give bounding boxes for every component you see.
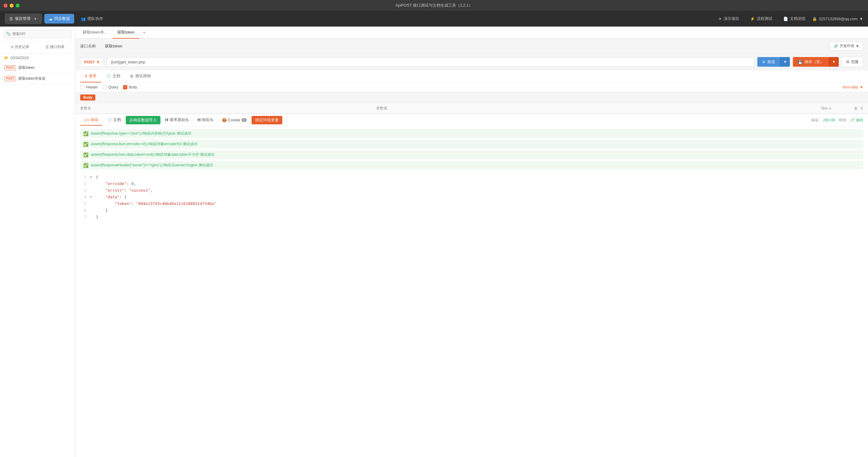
fold-toggle[interactable]: ▼ xyxy=(90,194,95,200)
project-management-button[interactable]: ☰ 项目管理 ▼ xyxy=(5,13,42,24)
method-caret-icon: ▼ xyxy=(96,60,100,64)
app-title: ApiPOST 接口调试与文档生成工具（2.2.1） xyxy=(395,3,472,8)
demo-project-button[interactable]: ✈ 演示项目 xyxy=(714,14,743,24)
history-label: 历史记录 xyxy=(15,45,29,50)
list-icon: ☰ xyxy=(45,45,49,49)
body-checkbox[interactable] xyxy=(123,85,127,89)
sort-icon[interactable]: ⇅ xyxy=(860,106,863,111)
query-filter-label: Query xyxy=(108,85,118,89)
window-controls xyxy=(4,4,20,7)
gear-icon: ⚙ xyxy=(130,74,134,79)
send-icon: ✈ xyxy=(762,60,766,64)
filter-query[interactable]: Query xyxy=(102,85,118,89)
assert-text: assert(ResponseJson.errcode==0);//响应对象er… xyxy=(91,142,197,147)
api-item-label: 获取token并发送 xyxy=(19,76,45,81)
clone-icon: ⧉ xyxy=(846,59,849,64)
col-name-label: 参数名 xyxy=(80,106,91,110)
type-caret-icon: ▼ xyxy=(829,107,832,110)
form-data-select[interactable]: form-data ▼ xyxy=(843,85,863,89)
response-area: </> 响应 📄 文档 从响应数据导入 H 请求原始头 H 响应头 xyxy=(75,114,868,457)
api-list-label: 接口列表 xyxy=(50,45,65,50)
doc-browse-button[interactable]: 📄 文档浏览 xyxy=(779,14,810,24)
api-name-row: 接口名称 🔗 开发环境 ▼ xyxy=(75,39,868,54)
delete-icon[interactable]: 🗑 xyxy=(854,106,858,111)
sidebar-item-api-list[interactable]: ☰ 接口列表 xyxy=(38,41,73,53)
json-line: 4 ▼ "data": { xyxy=(75,194,868,200)
save-dropdown-button[interactable]: ▼ xyxy=(829,57,839,67)
assert-text: assert(ResponseJson.data.token!=null);//… xyxy=(91,152,214,157)
resp-header-icon: H xyxy=(197,117,200,122)
sidebar-item-history[interactable]: ↺ 历史记录 xyxy=(2,41,38,53)
save-button[interactable]: 💾 保存（至） xyxy=(793,57,829,67)
search-icon: 🔍 xyxy=(6,32,10,36)
url-row: POST ▼ ✈ 发送 ▼ 💾 保存（至） ▼ ⧉ 克隆 xyxy=(75,54,868,70)
resp-bind-env-label: 绑定环境变量 xyxy=(255,117,279,123)
maximize-button[interactable] xyxy=(16,4,20,7)
line-content: "token": "094e137d3c4b648a11c6188031d734… xyxy=(95,200,868,207)
save-label: 保存（至） xyxy=(804,59,824,65)
username: 3257132998@qq.com xyxy=(819,17,858,21)
method-select[interactable]: POST ▼ xyxy=(80,57,104,67)
filter-header[interactable]: Header xyxy=(80,85,98,89)
close-button[interactable] xyxy=(4,4,7,7)
url-input[interactable] xyxy=(107,57,754,67)
cookie-icon: 🍪 xyxy=(222,118,227,122)
resp-tab-resp-header[interactable]: H 响应头 xyxy=(194,115,217,125)
check-icon: ✅ xyxy=(83,152,88,157)
resp-response-label: 响应 xyxy=(91,117,99,122)
tab-get-token-send[interactable]: 获取token并... xyxy=(78,27,113,39)
json-response: 1 ▼ { 2 "errcode": 0, 3 xyxy=(75,174,868,457)
body-tab: Body xyxy=(80,92,95,103)
resp-tab-import[interactable]: 从响应数据导入 xyxy=(126,116,160,124)
api-name-label: 接口名称 xyxy=(80,44,101,49)
tabs-row: 获取token并... 获取token + xyxy=(75,27,868,39)
minimize-button[interactable] xyxy=(10,4,13,7)
resp-import-label: 从响应数据导入 xyxy=(129,117,157,123)
env-select[interactable]: 🔗 开发环境 ▼ xyxy=(830,42,863,50)
resp-tab-cookie[interactable]: 🍪 Cookie 0 xyxy=(218,115,250,125)
resp-tab-doc[interactable]: 📄 文档 xyxy=(103,115,125,125)
send-button[interactable]: ✈ 发送 xyxy=(757,57,780,67)
api-name-input[interactable] xyxy=(105,44,826,48)
line-number: 5 xyxy=(75,200,90,207)
subtab-request[interactable]: ¶ 请求 xyxy=(80,70,101,82)
tab-get-token[interactable]: 获取token xyxy=(113,27,140,39)
assert-text: assert(Response.type=="json");//响应内容格式为j… xyxy=(91,131,191,136)
filter-body[interactable]: Body xyxy=(123,85,137,89)
subtab-testcase[interactable]: ⚙ 测试用例 xyxy=(125,70,156,82)
line-content: "errstr": "success", xyxy=(95,187,868,194)
query-checkbox[interactable] xyxy=(102,85,107,89)
clone-button[interactable]: ⧉ 克隆 xyxy=(842,57,863,67)
subtab-doc[interactable]: 📄 文档 xyxy=(101,70,125,82)
team-collab-button[interactable]: 👥 团队协作 xyxy=(76,14,107,24)
resp-tab-response[interactable]: </> 响应 xyxy=(80,115,102,125)
resp-tab-raw-header[interactable]: H 请求原始头 xyxy=(162,115,193,125)
send-dropdown-button[interactable]: ▼ xyxy=(780,57,790,67)
add-tab-button[interactable]: + xyxy=(140,27,148,39)
line-content: { xyxy=(95,174,868,180)
env-caret-icon: ▼ xyxy=(856,44,859,48)
request-icon: ¶ xyxy=(85,74,87,79)
json-line: 3 "errstr": "success", xyxy=(75,187,868,194)
resp-doc-label: 文档 xyxy=(113,117,121,122)
assert-item: ✅ assert(Response.type=="json");//响应内容格式… xyxy=(80,129,863,138)
tab-label: 获取token xyxy=(117,30,135,35)
resp-doc-icon: 📄 xyxy=(107,118,112,122)
team-collab-label: 团队协作 xyxy=(88,16,103,22)
status-prefix: 响应： xyxy=(811,118,822,122)
fold-toggle[interactable]: ▼ xyxy=(90,174,95,180)
sync-data-button[interactable]: ☁ 同步数据 xyxy=(44,14,74,24)
resp-tab-bind-env[interactable]: 绑定环境变量 xyxy=(251,116,282,124)
save-icon: 💾 xyxy=(798,60,803,64)
flow-icon: ⚡ xyxy=(750,17,755,21)
rocket-icon: ✈ xyxy=(718,17,722,21)
form-data-caret: ▼ xyxy=(860,85,863,89)
people-icon: 👥 xyxy=(81,17,86,21)
list-item[interactable]: POST 获取token xyxy=(0,62,75,73)
flow-test-button[interactable]: ⚡ 流程测试 xyxy=(746,14,777,24)
list-item[interactable]: POST 获取token并发送 xyxy=(0,73,75,84)
api-item-label: 获取token xyxy=(19,65,34,70)
menu-icon: ☰ xyxy=(9,17,13,21)
search-input[interactable] xyxy=(4,30,71,38)
header-checkbox[interactable] xyxy=(80,85,85,89)
